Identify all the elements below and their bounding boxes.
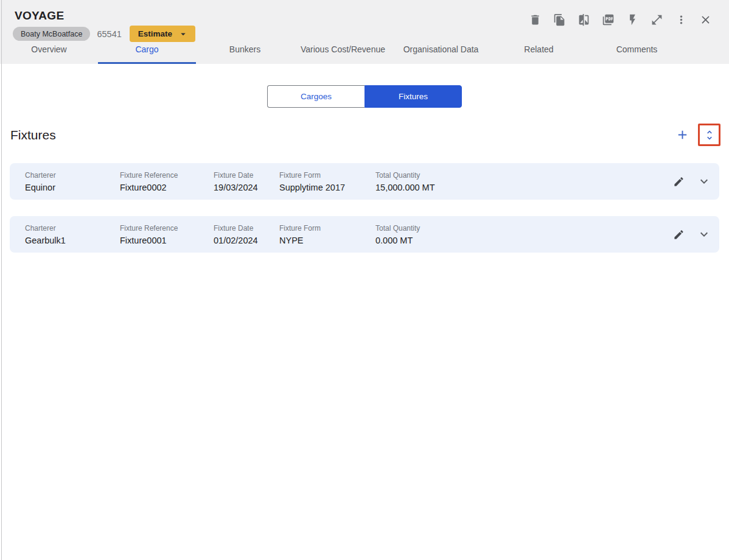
estimate-label: Estimate — [138, 29, 172, 38]
field-charterer: Charterer Gearbulk1 — [25, 224, 120, 245]
estimate-dropdown-button[interactable]: Estimate — [130, 26, 195, 42]
field-fixture-date: Fixture Date 01/02/2024 — [214, 224, 279, 245]
more-vert-icon — [675, 13, 688, 26]
field-value: 19/03/2024 — [214, 183, 279, 192]
field-value: Fixture0002 — [120, 183, 214, 192]
tab-organisational-data[interactable]: Organisational Data — [392, 40, 490, 64]
voyage-panel: VOYAGE Boaty McBoatface 65541 Estimate — [0, 0, 729, 560]
tab-cargo[interactable]: Cargo — [98, 40, 196, 64]
fixtures-section-header: Fixtures — [10, 124, 720, 146]
field-label: Total Quantity — [375, 224, 672, 233]
toggle-fixtures[interactable]: Fixtures — [364, 85, 462, 108]
field-value: Fixture0001 — [120, 236, 214, 245]
field-label: Fixture Form — [279, 224, 375, 233]
delete-icon — [529, 13, 542, 26]
chevron-down-icon — [697, 174, 711, 189]
vessel-chip: Boaty McBoatface — [13, 27, 90, 41]
pencil-icon — [673, 229, 685, 240]
pdf-button[interactable] — [602, 13, 615, 26]
section-actions — [674, 124, 720, 146]
toggle-cargoes[interactable]: Cargoes — [267, 85, 364, 108]
field-fixture-date: Fixture Date 19/03/2024 — [214, 171, 279, 192]
copy-button[interactable] — [553, 13, 566, 26]
pencil-icon — [673, 176, 685, 187]
collapse-expand-all-button[interactable] — [698, 124, 720, 146]
expand-fullscreen-button[interactable] — [651, 13, 663, 26]
header-meta: Boaty McBoatface 65541 Estimate — [13, 26, 195, 42]
page-title: VOYAGE — [15, 9, 64, 23]
plus-icon — [675, 128, 689, 142]
expand-row-button[interactable] — [696, 173, 712, 189]
field-fixture-reference: Fixture Reference Fixture0002 — [120, 171, 214, 192]
field-value: Gearbulk1 — [25, 236, 120, 245]
copy-icon — [553, 13, 566, 26]
field-value: NYPE — [279, 236, 375, 245]
tab-comments[interactable]: Comments — [588, 40, 686, 64]
close-button[interactable] — [699, 13, 712, 26]
pdf-icon — [602, 13, 615, 26]
tab-overview[interactable]: Overview — [0, 40, 98, 64]
field-total-quantity: Total Quantity 15,000.000 MT — [375, 171, 672, 192]
tab-related[interactable]: Related — [490, 40, 588, 64]
field-total-quantity: Total Quantity 0.000 MT — [375, 224, 672, 245]
more-menu-button[interactable] — [675, 13, 688, 26]
delete-button[interactable] — [529, 13, 542, 26]
field-fixture-reference: Fixture Reference Fixture0001 — [120, 224, 214, 245]
tab-bunkers[interactable]: Bunkers — [196, 40, 294, 64]
fixture-row[interactable]: Charterer Gearbulk1 Fixture Reference Fi… — [10, 216, 719, 253]
tab-various-cost-revenue[interactable]: Various Cost/Revenue — [294, 40, 392, 64]
field-label: Fixture Reference — [120, 224, 214, 233]
row-actions — [672, 226, 712, 242]
field-fixture-form: Fixture Form Supplytime 2017 — [279, 171, 375, 192]
section-title: Fixtures — [10, 128, 56, 142]
caret-down-icon — [178, 29, 189, 40]
expand-row-button[interactable] — [696, 226, 712, 242]
field-value: 01/02/2024 — [214, 236, 279, 245]
fixtures-list: Charterer Equinor Fixture Reference Fixt… — [10, 163, 719, 253]
bolt-icon — [626, 13, 639, 26]
field-label: Fixture Reference — [120, 171, 214, 180]
field-label: Fixture Date — [214, 224, 279, 233]
field-label: Fixture Form — [279, 171, 375, 180]
edit-fixture-button[interactable] — [672, 175, 685, 188]
field-label: Fixture Date — [214, 171, 279, 180]
quick-actions-button[interactable] — [626, 13, 639, 26]
voyage-number: 65541 — [97, 29, 121, 39]
field-value: 15,000.000 MT — [375, 183, 672, 192]
field-value: Equinor — [25, 183, 120, 192]
close-icon — [699, 13, 712, 26]
header-actions — [529, 13, 712, 26]
field-label: Charterer — [25, 224, 120, 233]
edit-fixture-button[interactable] — [672, 228, 685, 241]
view-toggle: Cargoes Fixtures — [0, 64, 729, 108]
fixture-row[interactable]: Charterer Equinor Fixture Reference Fixt… — [10, 163, 719, 200]
compare-button[interactable] — [577, 13, 590, 26]
compare-icon — [577, 13, 590, 26]
tab-bar: Overview Cargo Bunkers Various Cost/Reve… — [0, 40, 686, 64]
chevron-down-icon — [697, 227, 711, 242]
panel-header: VOYAGE Boaty McBoatface 65541 Estimate — [0, 0, 729, 64]
add-fixture-button[interactable] — [674, 127, 690, 143]
field-value: 0.000 MT — [375, 236, 672, 245]
field-label: Charterer — [25, 171, 120, 180]
row-actions — [672, 173, 712, 189]
field-fixture-form: Fixture Form NYPE — [279, 224, 375, 245]
field-label: Total Quantity — [375, 171, 672, 180]
expand-fullscreen-icon — [651, 13, 663, 26]
unfold-more-icon — [703, 129, 716, 141]
field-charterer: Charterer Equinor — [25, 171, 120, 192]
field-value: Supplytime 2017 — [279, 183, 375, 192]
